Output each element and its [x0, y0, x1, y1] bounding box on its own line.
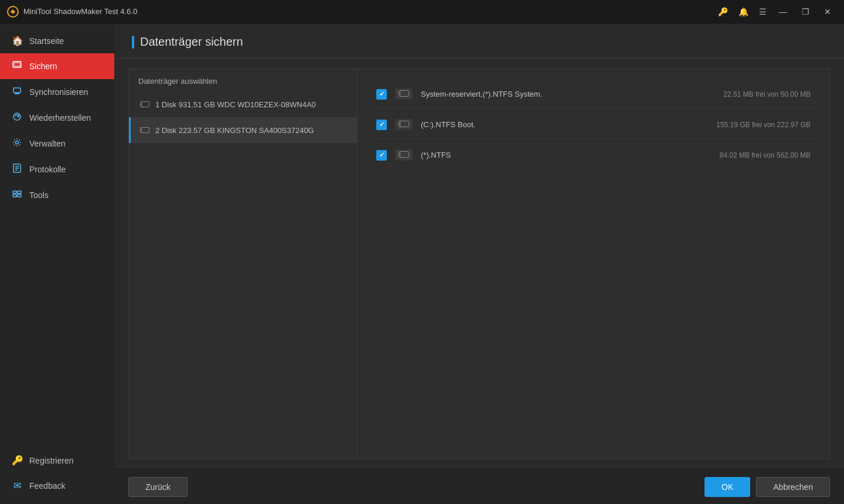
sidebar-label-wiederherstellen: Wiederherstellen	[29, 113, 91, 122]
disk-list-header: Datenträger auswählen	[129, 69, 357, 91]
page-title-accent	[132, 36, 134, 49]
page-title: Datenträger sichern	[140, 35, 243, 49]
sidebar-label-tools: Tools	[29, 190, 49, 200]
svg-rect-3	[13, 88, 21, 93]
titlebar-controls: 🔑 🔔 ☰ — ❐ ✕	[714, 4, 837, 20]
partition-checkbox-1[interactable]	[376, 89, 387, 100]
titlebar: MiniTool ShadowMaker Test 4.6.0 🔑 🔔 ☰ — …	[0, 0, 844, 23]
disk-icon-1	[140, 100, 149, 109]
svg-rect-14	[18, 191, 21, 193]
backup-icon	[12, 60, 22, 72]
partition-panel: System-reserviert,(*).NTFS System. 22.51…	[358, 69, 829, 459]
sidebar-bottom: 🔑 Registrieren ✉ Feedback	[0, 448, 114, 504]
content-area: Datenträger sichern Datenträger auswähle…	[114, 23, 844, 504]
disk-label-1: 1 Disk 931.51 GB WDC WD10EZEX-08WN4A0	[155, 100, 316, 109]
partition-size-3: 84.02 MB frei von 562.00 MB	[720, 151, 811, 159]
bell-icon[interactable]: 🔔	[735, 5, 752, 19]
bottom-bar: Zurück OK Abbrechen	[114, 469, 844, 504]
sidebar-label-verwalten: Verwalten	[29, 139, 65, 148]
disk-list-panel: Datenträger auswählen 1 Disk 931.51 GB W…	[129, 69, 358, 459]
partition-name-3: (*).NTFS	[421, 151, 712, 159]
svg-rect-16	[18, 195, 21, 197]
disk-item-1[interactable]: 1 Disk 931.51 GB WDC WD10EZEX-08WN4A0	[129, 91, 357, 117]
sidebar-label-synchronisieren: Synchronisieren	[29, 87, 88, 97]
partition-name-1: System-reserviert,(*).NTFS System.	[421, 90, 715, 98]
ok-button[interactable]: OK	[705, 477, 750, 497]
partition-row-3: (*).NTFS 84.02 MB frei von 562.00 MB	[372, 141, 815, 169]
minimize-button[interactable]: —	[774, 4, 792, 20]
log-icon	[12, 164, 22, 175]
partition-drive-icon-2	[395, 119, 413, 130]
svg-point-28	[399, 124, 400, 125]
partition-drive-icon-3	[395, 149, 413, 161]
partition-name-2: (C:).NTFS Boot.	[421, 120, 708, 129]
tools-icon	[12, 189, 22, 201]
sidebar-item-protokolle[interactable]: Protokolle	[0, 156, 114, 182]
disk-label-2: 2 Disk 223.57 GB KINGSTON SA400S37240G	[155, 126, 314, 135]
sidebar-item-synchronisieren[interactable]: Synchronisieren	[0, 79, 114, 105]
sidebar-item-registrieren[interactable]: 🔑 Registrieren	[0, 448, 114, 473]
partition-size-2: 155.19 GB frei von 222.97 GB	[716, 121, 811, 129]
partition-size-1: 22.51 MB frei von 50.00 MB	[723, 90, 811, 98]
manage-icon	[12, 138, 22, 149]
sidebar-label-feedback: Feedback	[29, 481, 65, 491]
svg-rect-13	[13, 191, 16, 193]
app-logo-icon	[7, 6, 19, 18]
back-button[interactable]: Zurück	[128, 477, 188, 497]
sidebar-item-tools[interactable]: Tools	[0, 182, 114, 208]
cancel-button[interactable]: Abbrechen	[756, 477, 830, 497]
sidebar-label-startseite: Startseite	[29, 36, 64, 46]
key-sidebar-icon: 🔑	[12, 455, 22, 466]
svg-point-31	[399, 154, 400, 155]
sidebar-item-verwalten[interactable]: Verwalten	[0, 131, 114, 156]
sidebar-item-feedback[interactable]: ✉ Feedback	[0, 473, 114, 498]
sidebar-label-registrieren: Registrieren	[29, 456, 73, 465]
sidebar-label-sichern: Sichern	[29, 62, 57, 71]
bottom-right-buttons: OK Abbrechen	[705, 477, 830, 497]
main-layout: 🏠 Startseite Sichern Synchronis	[0, 23, 844, 504]
sidebar-item-startseite[interactable]: 🏠 Startseite	[0, 28, 114, 53]
sidebar-label-protokolle: Protokolle	[29, 165, 66, 174]
app-title: MiniTool ShadowMaker Test 4.6.0	[23, 7, 137, 16]
key-icon[interactable]: 🔑	[714, 5, 731, 19]
svg-point-8	[16, 141, 19, 144]
sidebar: 🏠 Startseite Sichern Synchronis	[0, 23, 114, 504]
restore-icon	[12, 112, 22, 124]
sync-icon	[12, 86, 22, 98]
partition-checkbox-2[interactable]	[376, 120, 387, 130]
disk-item-2[interactable]: 2 Disk 223.57 GB KINGSTON SA400S37240G	[129, 117, 357, 143]
menu-icon[interactable]: ☰	[755, 5, 770, 19]
svg-point-25	[399, 93, 400, 94]
partition-row-2: (C:).NTFS Boot. 155.19 GB frei von 222.9…	[372, 111, 815, 139]
maximize-button[interactable]: ❐	[796, 4, 815, 20]
sidebar-item-sichern[interactable]: Sichern	[0, 53, 114, 79]
page-header: Datenträger sichern	[114, 23, 844, 59]
partition-drive-icon-1	[395, 88, 413, 100]
disk-icon-2	[140, 125, 149, 135]
mail-icon: ✉	[12, 480, 22, 491]
sidebar-item-wiederherstellen[interactable]: Wiederherstellen	[0, 105, 114, 131]
disk-panel: Datenträger auswählen 1 Disk 931.51 GB W…	[128, 68, 830, 459]
page-title-bar: Datenträger sichern	[132, 35, 826, 49]
partition-row-1: System-reserviert,(*).NTFS System. 22.51…	[372, 80, 815, 108]
svg-point-19	[141, 104, 142, 105]
svg-rect-2	[14, 63, 20, 66]
home-icon: 🏠	[12, 35, 22, 46]
svg-rect-15	[13, 195, 16, 197]
close-button[interactable]: ✕	[818, 4, 837, 20]
svg-point-22	[141, 130, 142, 131]
partition-checkbox-3[interactable]	[376, 150, 387, 161]
titlebar-left: MiniTool ShadowMaker Test 4.6.0	[7, 6, 137, 18]
